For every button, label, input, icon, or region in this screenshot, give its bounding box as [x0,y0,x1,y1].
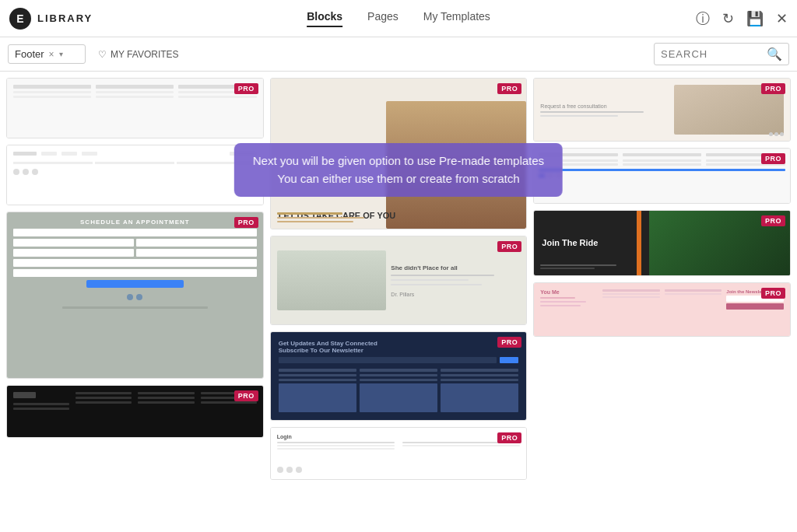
list-item[interactable]: PRO [6,78,264,138]
tooltip-line1: Next you will be given option to use Pre… [253,152,544,170]
list-item[interactable] [6,145,264,205]
refresh-icon[interactable]: ↻ [722,10,734,27]
filter-clear-button[interactable]: × [49,49,54,60]
tab-blocks[interactable]: Blocks [307,10,342,27]
newsletter-title: Get Updates And Stay ConnectedSubscribe … [279,340,519,354]
filter-label: Footer [15,48,44,60]
logo-text: LIBRARY [37,12,93,24]
header: E LIBRARY Blocks Pages My Templates ⓘ ↻ … [0,0,797,37]
pro-badge: PRO [497,337,521,348]
chevron-down-icon: ▾ [59,50,63,58]
filter-dropdown[interactable]: Footer × ▾ [8,44,86,64]
list-item[interactable]: PRO [6,385,264,438]
pro-badge: PRO [497,83,521,94]
pro-badge: PRO [761,288,785,299]
list-item[interactable]: Get Updates And Stay ConnectedSubscribe … [270,331,528,421]
search-box: 🔍 [654,43,789,65]
list-item[interactable]: Login PRO [270,427,528,480]
list-item[interactable]: SCHEDULE AN APPOINTMENT [6,212,264,379]
list-item[interactable]: Request a free consultation PRO [533,78,791,142]
header-icons: ⓘ ↻ 💾 ✕ [696,9,788,28]
favorites-label: MY FAVORITES [111,49,179,60]
info-icon[interactable]: ⓘ [696,9,710,28]
pro-badge: PRO [761,83,785,94]
main-content: PRO [0,72,797,532]
close-icon[interactable]: ✕ [776,10,788,27]
pro-badge: PRO [234,217,258,228]
heart-icon: ♡ [98,49,107,60]
pink-footer-heading: You Me [540,289,598,295]
logo-area: E LIBRARY [9,8,134,30]
tooltip-banner: Next you will be given option to use Pre… [234,143,563,197]
pro-badge: PRO [497,241,521,252]
favorites-button[interactable]: ♡ MY FAVORITES [92,46,185,63]
pro-badge: PRO [761,215,785,226]
join-ride-heading: Join The Ride [542,237,598,249]
header-tabs: Blocks Pages My Templates [307,10,490,27]
list-item[interactable]: She didn't Place for all Dr. Pillars PRO [270,236,528,325]
appointment-title: SCHEDULE AN APPOINTMENT [13,219,257,226]
tooltip-line2: You can either use them or create from s… [253,170,544,188]
logo-icon: E [9,8,31,30]
pro-badge: PRO [761,153,785,164]
save-icon[interactable]: 💾 [746,10,764,27]
column-1: PRO [6,78,264,526]
pro-badge: PRO [234,83,258,94]
list-item[interactable]: You Me Join the Newsletter [533,282,791,337]
pro-badge: PRO [234,390,258,401]
toolbar: Footer × ▾ ♡ MY FAVORITES 🔍 [0,37,797,72]
list-item[interactable]: Join The Ride PRO [533,210,791,276]
tab-pages[interactable]: Pages [367,10,398,27]
tab-my-templates[interactable]: My Templates [423,10,490,27]
pro-badge: PRO [497,432,521,443]
list-item[interactable]: PRO [533,148,791,204]
search-icon: 🔍 [767,47,782,61]
column-3: Request a free consultation PRO [533,78,791,526]
glass-image [277,250,387,311]
search-input[interactable] [661,48,762,60]
